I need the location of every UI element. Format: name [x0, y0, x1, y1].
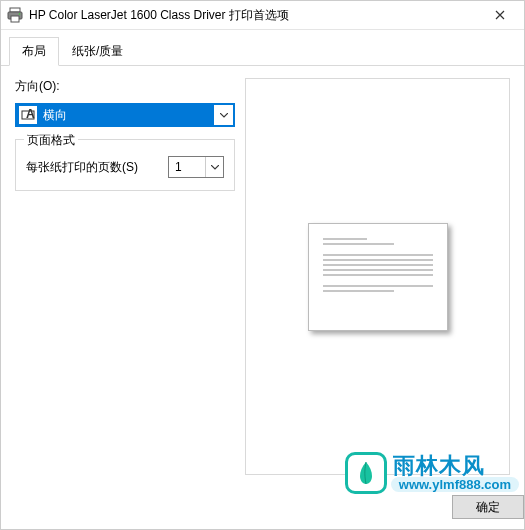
titlebar: HP Color LaserJet 1600 Class Driver 打印首选…: [1, 1, 524, 30]
settings-column: 方向(O): A 横向 页面格式 每张纸打印的页数(S): [15, 78, 235, 475]
tab-layout[interactable]: 布局: [9, 37, 59, 66]
svg-rect-0: [10, 8, 20, 12]
preview-page: [308, 223, 448, 331]
dialog-footer: 确定: [1, 485, 524, 529]
close-button[interactable]: [478, 1, 522, 29]
ok-button[interactable]: 确定: [452, 495, 524, 519]
orientation-landscape-icon: A: [19, 106, 37, 124]
pages-per-sheet-select[interactable]: 1: [168, 156, 224, 178]
printer-icon: [7, 7, 23, 23]
pages-per-sheet-label: 每张纸打印的页数(S): [26, 159, 160, 176]
orientation-value: 横向: [41, 107, 213, 124]
page-format-legend: 页面格式: [24, 132, 78, 149]
orientation-select[interactable]: A 横向: [15, 103, 235, 127]
print-preferences-dialog: HP Color LaserJet 1600 Class Driver 打印首选…: [0, 0, 525, 530]
page-format-group: 页面格式 每张纸打印的页数(S) 1: [15, 139, 235, 191]
tabstrip: 布局 纸张/质量: [1, 30, 524, 66]
svg-rect-2: [11, 16, 19, 22]
preview-pane: [245, 78, 510, 475]
chevron-down-icon: [213, 105, 233, 125]
orientation-label: 方向(O):: [15, 78, 235, 95]
chevron-down-icon: [205, 157, 223, 177]
svg-text:A: A: [26, 108, 35, 121]
tab-paper-quality[interactable]: 纸张/质量: [59, 37, 136, 66]
svg-point-3: [19, 13, 21, 15]
tab-content: 方向(O): A 横向 页面格式 每张纸打印的页数(S): [1, 66, 524, 485]
pages-per-sheet-value: 1: [169, 160, 205, 174]
window-title: HP Color LaserJet 1600 Class Driver 打印首选…: [29, 7, 478, 24]
